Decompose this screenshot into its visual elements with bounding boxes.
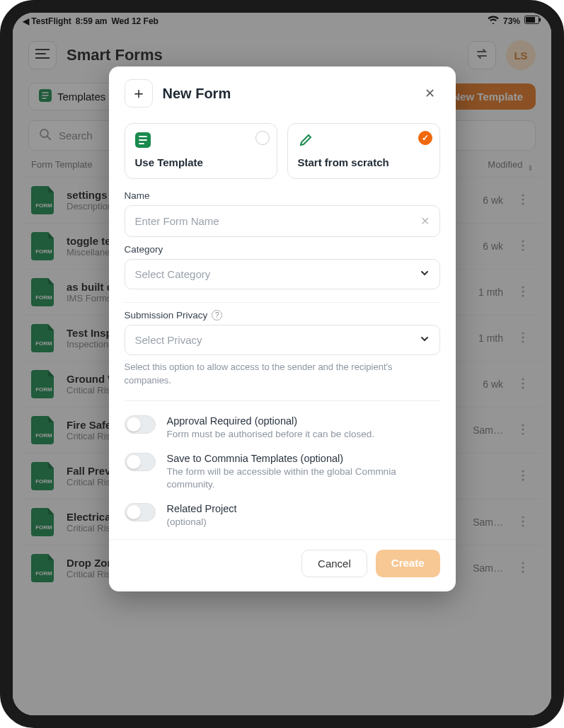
category-placeholder: Select Category <box>135 268 211 280</box>
option-start-from-scratch[interactable]: Start from scratch <box>287 123 440 179</box>
close-icon: ✕ <box>425 86 435 101</box>
chevron-down-icon <box>420 334 430 346</box>
clear-name-button[interactable]: ✕ <box>420 214 430 228</box>
cancel-button[interactable]: Cancel <box>301 550 367 577</box>
option-use-template[interactable]: Use Template <box>125 123 277 179</box>
privacy-select[interactable]: Select Privacy <box>125 325 440 355</box>
toggle-row: Related Project (optional) <box>125 496 440 533</box>
privacy-placeholder: Select Privacy <box>135 334 202 346</box>
toggle-desc: (optional) <box>167 516 237 529</box>
divider <box>125 400 440 401</box>
toggle-switch[interactable] <box>125 453 156 471</box>
toggle-title: Approval Required (optional) <box>167 415 374 427</box>
template-icon <box>135 132 267 151</box>
new-form-modal: ＋ New Form ✕ Use Template <box>109 67 456 591</box>
privacy-help-text: Select this option to allow access to th… <box>125 361 440 388</box>
close-button[interactable]: ✕ <box>420 83 440 103</box>
toggle-switch[interactable] <box>125 503 156 521</box>
category-label: Category <box>125 244 440 255</box>
toggle-row: Approval Required (optional) Form must b… <box>125 408 440 446</box>
plus-icon: ＋ <box>125 79 153 108</box>
chevron-down-icon <box>420 268 430 280</box>
name-input[interactable]: ✕ <box>125 205 440 237</box>
option-scratch-label: Start from scratch <box>298 156 430 168</box>
category-select[interactable]: Select Category <box>125 259 440 289</box>
toggle-title: Related Project <box>167 503 237 514</box>
toggle-row: Save to Commnia Templates (optional) The… <box>125 446 440 497</box>
option-template-label: Use Template <box>135 156 267 168</box>
toggle-switch[interactable] <box>125 415 156 434</box>
modal-title: New Form <box>163 86 410 102</box>
toggle-desc: The form will be accessible within the g… <box>167 466 440 492</box>
create-button[interactable]: Create <box>376 550 440 577</box>
divider <box>125 302 440 303</box>
radio-checked-icon <box>418 131 432 145</box>
privacy-label: Submission Privacy ? <box>125 310 440 320</box>
pencil-icon <box>298 132 430 151</box>
clear-icon: ✕ <box>420 215 430 227</box>
help-icon[interactable]: ? <box>212 310 222 320</box>
name-label: Name <box>125 190 440 201</box>
name-input-field[interactable] <box>135 215 420 227</box>
toggle-title: Save to Commnia Templates (optional) <box>167 453 440 464</box>
radio-unchecked-icon <box>255 131 270 145</box>
toggle-desc: Form must be authorised before it can be… <box>167 428 374 441</box>
